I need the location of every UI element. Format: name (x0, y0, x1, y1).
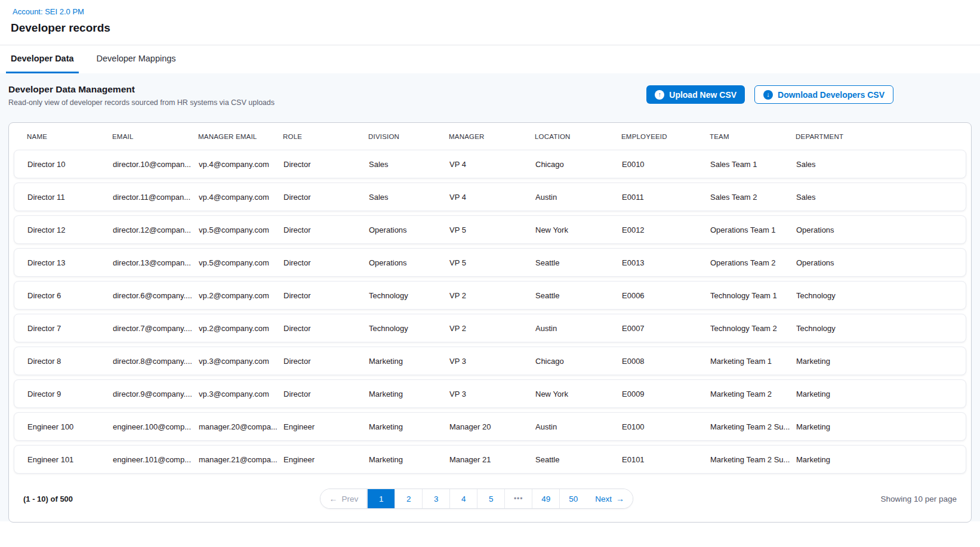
tab-developer-mappings[interactable]: Developer Mappings (92, 45, 181, 73)
table-cell: VP 3 (449, 390, 535, 398)
table-cell: VP 4 (449, 193, 535, 202)
pager-zone: ← Prev 12345•••4950 Next → (73, 489, 880, 509)
table-cell: Director 11 (27, 193, 113, 202)
table-cell: Marketing (796, 357, 966, 366)
table-cell: E0100 (622, 422, 710, 431)
page-button[interactable]: 4 (449, 489, 477, 508)
table-cell: vp.3@company.com (199, 390, 283, 398)
table-footer: (1 - 10) of 500 ← Prev 12345•••4950 Next… (9, 489, 971, 509)
table-cell: Sales (796, 160, 966, 169)
table-cell: Technology (796, 324, 966, 333)
upload-button-label: Upload New CSV (669, 90, 736, 100)
download-button-label: Download Developers CSV (778, 90, 885, 100)
column-header-email: EMAIL (112, 133, 198, 140)
column-header-team: TEAM (710, 133, 796, 140)
page-button[interactable]: 3 (422, 489, 449, 508)
results-range-text: (1 - 10) of 500 (23, 495, 73, 503)
table-cell: director.9@company.... (113, 390, 199, 398)
table-cell: E0013 (622, 258, 710, 267)
table-row: Director 7director.7@company....vp.2@com… (14, 314, 966, 342)
developer-table-card: NAME EMAIL MANAGER EMAIL ROLE DIVISION M… (8, 122, 972, 523)
table-cell: director.12@compan... (113, 225, 199, 234)
table-cell: Director (283, 258, 369, 267)
table-cell: Austin (535, 324, 622, 333)
table-cell: Director 8 (27, 357, 113, 366)
column-header-role: ROLE (283, 133, 368, 140)
table-cell: Marketing Team 2 Su... (710, 455, 796, 464)
table-cell: director.6@company.... (113, 291, 199, 300)
table-cell: Engineer (283, 422, 369, 431)
column-header-location: LOCATION (535, 133, 621, 140)
page-title: Developer records (11, 21, 968, 35)
next-page-button[interactable]: Next → (587, 489, 633, 508)
section-header: Developer Data Management Read-only view… (8, 84, 972, 107)
table-cell: VP 2 (449, 291, 535, 300)
table-cell: E0006 (622, 291, 710, 300)
table-cell: Director (283, 357, 369, 366)
prev-page-button[interactable]: ← Prev (320, 489, 366, 508)
table-cell: Marketing Team 1 (710, 357, 796, 366)
table-cell: Director (283, 324, 369, 333)
table-cell: director.8@company.... (113, 357, 199, 366)
table-cell: Technology Team 1 (710, 291, 796, 300)
upload-new-csv-button[interactable]: ↑ Upload New CSV (646, 85, 745, 104)
table-cell: Engineer (283, 455, 369, 464)
pagination-pages: 12345•••4950 (366, 489, 587, 508)
table-cell: Chicago (535, 160, 622, 169)
table-cell: vp.3@company.com (199, 357, 283, 366)
arrow-left-icon: ← (329, 494, 337, 503)
table-cell: Marketing Team 2 (710, 390, 796, 398)
table-cell: Director 9 (27, 390, 113, 398)
table-cell: Director (283, 160, 369, 169)
table-cell: E0009 (622, 390, 710, 398)
table-cell: Sales (369, 160, 449, 169)
table-cell: VP 2 (449, 324, 535, 333)
page-button[interactable]: 50 (559, 489, 587, 508)
download-icon: ↓ (763, 90, 773, 100)
table-cell: Seattle (535, 455, 622, 464)
page-button[interactable]: 5 (477, 489, 504, 508)
column-header-manager-email: MANAGER EMAIL (198, 133, 283, 140)
table-cell: Sales (369, 193, 449, 202)
tab-bar: Developer Data Developer Mappings (0, 45, 980, 73)
section-subtitle: Read-only view of developer records sour… (8, 98, 275, 107)
table-cell: E0101 (622, 455, 710, 464)
table-row: Director 12director.12@compan...vp.5@com… (14, 215, 966, 244)
next-button-label: Next (595, 495, 612, 503)
page-button[interactable]: 2 (395, 489, 422, 508)
pagination-ellipsis: ••• (504, 489, 532, 508)
table-cell: Operations (369, 258, 449, 267)
prev-button-label: Prev (341, 495, 358, 503)
account-breadcrumb-link[interactable]: Account: SEI 2.0 PM (13, 7, 84, 16)
developer-data-section: Developer Data Management Read-only view… (0, 73, 980, 521)
table-row: Engineer 101engineer.101@comp...manager.… (14, 445, 966, 474)
table-row: Director 8director.8@company....vp.3@com… (14, 347, 966, 375)
table-row: Engineer 100engineer.100@comp...manager.… (14, 412, 966, 441)
table-body: Director 10director.10@compan...vp.4@com… (9, 150, 971, 474)
column-header-manager: MANAGER (449, 133, 535, 140)
table-cell: VP 3 (449, 357, 535, 366)
page-button[interactable]: 49 (532, 489, 559, 508)
table-cell: Austin (535, 193, 622, 202)
table-cell: Marketing (369, 390, 449, 398)
table-cell: manager.21@compa... (199, 455, 283, 464)
table-cell: E0012 (622, 225, 710, 234)
pagination-control: ← Prev 12345•••4950 Next → (320, 489, 633, 509)
download-developers-csv-button[interactable]: ↓ Download Developers CSV (754, 85, 893, 104)
table-cell: Marketing Team 2 Su... (710, 422, 796, 431)
table-cell: vp.2@company.com (199, 324, 283, 333)
column-header-division: DIVISION (368, 133, 449, 140)
table-cell: director.7@company.... (113, 324, 199, 333)
table-cell: E0010 (622, 160, 710, 169)
table-cell: Director 13 (27, 258, 113, 267)
table-cell: Operations (369, 225, 449, 234)
table-cell: Technology (796, 291, 966, 300)
table-cell: manager.20@compa... (199, 422, 283, 431)
table-row: Director 9director.9@company....vp.3@com… (14, 379, 966, 408)
table-cell: Director (283, 390, 369, 398)
table-cell: Director 12 (27, 225, 113, 234)
page-button[interactable]: 1 (367, 489, 395, 508)
table-cell: Sales Team 1 (710, 160, 796, 169)
table-row: Director 6director.6@company....vp.2@com… (14, 281, 966, 310)
tab-developer-data[interactable]: Developer Data (6, 45, 79, 73)
